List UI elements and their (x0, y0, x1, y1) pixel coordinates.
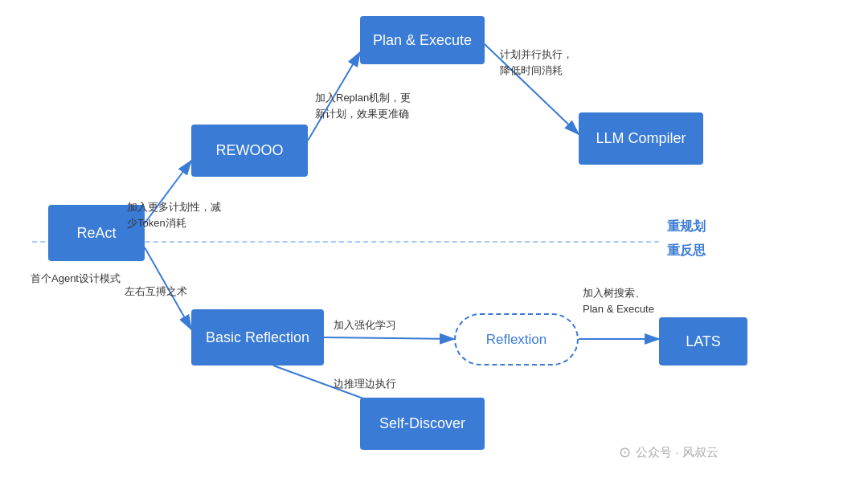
svg-line-5 (324, 337, 454, 339)
node-self-discover[interactable]: Self-Discover (360, 398, 485, 450)
wechat-icon: ⊙ (619, 443, 631, 461)
label-rethink: 重反思 (667, 243, 706, 259)
annotation-react-rewooo: 加入更多计划性，减 少Token消耗 (127, 199, 221, 231)
annotation-plan-llm: 计划并行执行， 降低时间消耗 (500, 47, 573, 78)
annotation-basic-self: 边推理边执行 (334, 376, 396, 392)
annotation-basic-reflextion: 加入强化学习 (334, 317, 396, 333)
node-rewooo[interactable]: REWOOO (191, 125, 308, 177)
node-basic-reflection[interactable]: Basic Reflection (191, 309, 324, 366)
node-llm-compiler[interactable]: LLM Compiler (579, 112, 703, 165)
node-plan-execute[interactable]: Plan & Execute (360, 16, 485, 64)
diagram-container: 重规划 重反思 ReAct REWOOO Plan & Execute LLM … (0, 0, 868, 486)
annotation-react-bottom: 首个Agent设计模式 (31, 271, 121, 287)
watermark: ⊙ 公众号 · 风叔云 (619, 443, 719, 461)
annotation-react-basic: 左右互搏之术 (125, 284, 187, 300)
annotation-rewooo-plan: 加入Replan机制，更 新计划，效果更准确 (315, 90, 411, 121)
node-reflextion[interactable]: Reflextion (454, 313, 579, 366)
watermark-text: 公众号 · 风叔云 (636, 445, 719, 460)
annotation-reflextion-lats: 加入树搜索、 Plan & Execute (583, 285, 654, 317)
node-lats[interactable]: LATS (659, 317, 747, 366)
label-replan: 重规划 (667, 218, 706, 235)
